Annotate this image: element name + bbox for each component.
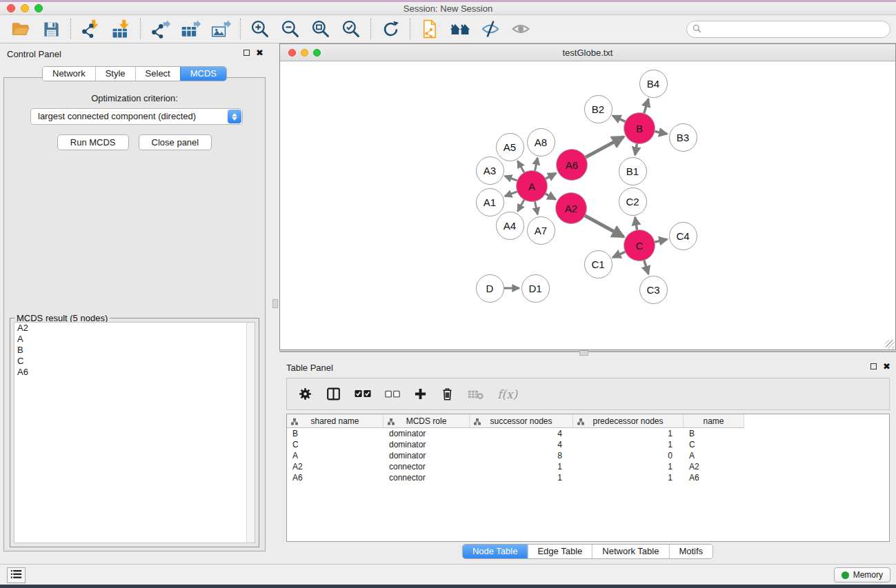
memory-label: Memory: [853, 570, 883, 580]
hide-graphics-button[interactable]: [475, 17, 506, 41]
graph-node-C2[interactable]: C2: [619, 187, 647, 216]
table-row[interactable]: Adominator80A: [287, 450, 889, 461]
task-history-button[interactable]: [7, 567, 26, 583]
vertical-split-handle[interactable]: [272, 299, 278, 308]
table-row[interactable]: Bdominator41B: [287, 428, 889, 439]
status-bar: Memory: [0, 564, 896, 585]
zoom-selected-button[interactable]: [336, 17, 366, 41]
criterion-dropdown[interactable]: largest connected component (directed): [30, 108, 243, 125]
graph-node-A6[interactable]: A6: [556, 149, 588, 181]
network-canvas[interactable]: B4B2BB3A5A8A6A3B1AC2A1A2A4A7C4CC1C3DD1: [280, 61, 895, 349]
column-header-name[interactable]: name: [684, 414, 744, 428]
graph-node-A5[interactable]: A5: [496, 133, 524, 161]
table-row[interactable]: A6connector11A6: [287, 472, 889, 483]
delete-row-trash-button[interactable]: [441, 387, 454, 401]
graph-node-C[interactable]: C: [624, 230, 655, 261]
tab-motifs[interactable]: Motifs: [668, 545, 713, 558]
graph-node-B1[interactable]: B1: [619, 157, 647, 185]
table-row[interactable]: Cdominator41C: [287, 439, 889, 450]
network-window-titlebar[interactable]: testGlobe.txt: [280, 44, 895, 61]
mcds-result-item[interactable]: A6: [14, 367, 255, 378]
graph-node-D[interactable]: D: [476, 274, 504, 303]
table-cell: B: [287, 428, 384, 439]
graph-node-B4[interactable]: B4: [639, 70, 668, 98]
settings-gear-button[interactable]: [298, 387, 312, 401]
tab-edge-table[interactable]: Edge Table: [527, 545, 592, 558]
tab-select[interactable]: Select: [135, 67, 180, 81]
tab-mcds[interactable]: MCDS: [180, 67, 226, 81]
graph-node-A[interactable]: A: [516, 170, 548, 202]
new-network-from-file-button[interactable]: [415, 17, 445, 41]
list-scrollbar[interactable]: [246, 323, 255, 543]
zoom-selected-icon: [341, 19, 361, 39]
graph-node-B2[interactable]: B2: [584, 95, 613, 123]
tab-network[interactable]: Network: [43, 67, 95, 81]
import-table-button[interactable]: [106, 17, 136, 41]
select-all-button[interactable]: [355, 389, 371, 398]
save-session-button[interactable]: [36, 17, 66, 41]
graph-node-A3[interactable]: A3: [476, 156, 504, 185]
float-panel-icon[interactable]: [243, 50, 250, 56]
graph-node-A4[interactable]: A4: [496, 212, 524, 240]
graph-node-B[interactable]: B: [624, 112, 655, 144]
open-file-button[interactable]: [6, 17, 36, 41]
column-header-shared-name[interactable]: shared name: [287, 414, 384, 428]
graph-node-B3[interactable]: B3: [669, 123, 697, 152]
float-table-panel-icon[interactable]: [870, 363, 877, 369]
horizontal-split-handle[interactable]: [579, 350, 588, 356]
graph-node-A2[interactable]: A2: [555, 192, 587, 224]
horizontal-split: [279, 350, 896, 358]
mcds-result-item[interactable]: C: [14, 356, 255, 367]
table-cell: 1: [573, 472, 684, 483]
graph-node-A7[interactable]: A7: [527, 216, 555, 245]
zoom-in-button[interactable]: [245, 17, 275, 41]
export-image-button[interactable]: [206, 17, 236, 41]
tab-node-table[interactable]: Node Table: [463, 545, 528, 558]
table-row[interactable]: A2connector11A2: [287, 461, 889, 472]
column-header-successor-nodes[interactable]: successor nodes: [470, 414, 573, 428]
run-mcds-button[interactable]: Run MCDS: [57, 134, 129, 150]
home-button[interactable]: [445, 17, 475, 41]
graph-node-C3[interactable]: C3: [639, 276, 668, 304]
deselect-all-button[interactable]: [385, 390, 400, 398]
tab-network-table[interactable]: Network Table: [592, 545, 668, 558]
tab-style[interactable]: Style: [95, 67, 135, 81]
graph-node-A8[interactable]: A8: [527, 128, 555, 156]
close-table-panel-icon[interactable]: ✖: [883, 363, 890, 370]
zoom-out-button[interactable]: [275, 17, 306, 41]
window-resize-grip[interactable]: [886, 340, 895, 349]
mcds-result-item[interactable]: B: [14, 345, 255, 356]
add-row-button[interactable]: [414, 387, 427, 401]
mcds-result-item[interactable]: A2: [14, 323, 255, 334]
table-cell: connector: [384, 472, 470, 483]
settings-gear-icon: [298, 387, 312, 401]
graph-node-D1[interactable]: D1: [521, 274, 550, 303]
import-network-button[interactable]: [75, 17, 106, 41]
toolbar-separator: [370, 19, 371, 39]
close-panel-button[interactable]: Close panel: [139, 134, 212, 150]
column-layout-icon: [326, 387, 341, 401]
graph-node-A1[interactable]: A1: [476, 188, 504, 216]
mcds-result-list[interactable]: A2ABCA6: [14, 322, 255, 543]
close-panel-icon[interactable]: ✖: [256, 49, 263, 57]
search-field[interactable]: [686, 21, 890, 38]
dropdown-stepper-icon[interactable]: [228, 110, 241, 123]
table-cell: A2: [684, 461, 744, 472]
zoom-fit-button[interactable]: [306, 17, 336, 41]
table-panel: Table Panel ✖ f(x) shared nameMCDS roles…: [279, 358, 896, 564]
export-network-button[interactable]: [145, 17, 175, 41]
mcds-result-item[interactable]: A: [14, 334, 255, 345]
search-input[interactable]: [704, 23, 890, 37]
graph-node-C4[interactable]: C4: [669, 222, 697, 250]
refresh-button[interactable]: [375, 17, 406, 41]
column-header-predecessor-nodes[interactable]: predecessor nodes: [573, 414, 684, 428]
function-builder-button: f(x): [497, 387, 517, 401]
column-header-mcds-role[interactable]: MCDS role: [384, 414, 470, 428]
zoom-in-icon: [250, 19, 270, 39]
column-layout-button[interactable]: [326, 387, 341, 401]
graph-node-C1[interactable]: C1: [584, 250, 613, 278]
export-table-button[interactable]: [175, 17, 206, 41]
attribute-icon: [577, 418, 584, 427]
memory-button[interactable]: Memory: [834, 567, 890, 582]
list-icon: [10, 569, 22, 581]
